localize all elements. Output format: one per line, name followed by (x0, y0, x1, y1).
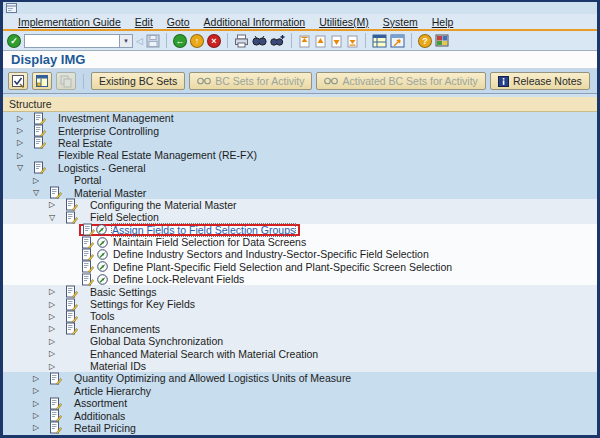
command-field-dropdown-icon[interactable]: ▼ (120, 34, 133, 48)
tree-row[interactable]: ▷Article Hierarchy (3, 385, 597, 397)
document-check-icon-button[interactable] (8, 72, 28, 90)
documentation-icon[interactable] (33, 112, 46, 125)
tree-item-label[interactable]: Field Selection (90, 211, 159, 223)
tree-item-label[interactable]: Retail Pricing (74, 422, 136, 434)
documentation-icon[interactable] (49, 409, 62, 422)
documentation-icon[interactable] (49, 397, 62, 410)
execute-activity-icon[interactable] (96, 248, 109, 261)
tree-row[interactable]: Define Lock-Relevant Fields (3, 273, 597, 285)
cancel-icon[interactable]: × (207, 34, 221, 48)
documentation-icon[interactable] (65, 198, 78, 211)
menu-item-system[interactable]: System (376, 16, 425, 28)
tree-row[interactable]: ▷ Enhancements (3, 323, 597, 335)
documentation-icon[interactable] (33, 124, 46, 137)
print-icon[interactable] (234, 34, 249, 48)
tree-item-label[interactable]: Portal (74, 174, 101, 186)
documentation-icon[interactable] (49, 186, 62, 199)
tree-item-label[interactable]: Logistics - General (58, 162, 146, 174)
tree-row[interactable]: ▷ Enterprise Controlling (3, 124, 597, 136)
tree-row[interactable]: ▷ Additionals (3, 409, 597, 421)
expand-node-icon[interactable]: ▷ (31, 176, 41, 185)
tree-row[interactable]: ▷Flexible Real Estate Management (RE-FX) (3, 149, 597, 161)
tree-item-label[interactable]: Define Plant-Specific Field Selection an… (113, 261, 452, 273)
tree-item-label[interactable]: Define Industry Sectors and Industry-Sec… (113, 248, 429, 260)
collapse-node-icon[interactable]: ▽ (15, 163, 25, 172)
expand-node-icon[interactable]: ▷ (47, 312, 57, 321)
release-notes-button[interactable]: Release Notes (490, 72, 590, 90)
tree-item-label[interactable]: Investment Management (58, 112, 174, 124)
documentation-icon[interactable] (49, 421, 62, 434)
execute-activity-icon[interactable] (96, 273, 109, 286)
tree-row[interactable]: ▷ Tools (3, 310, 597, 322)
tree-item-label[interactable]: Settings for Key Fields (90, 298, 195, 310)
save-icon[interactable] (146, 34, 160, 48)
documentation-icon[interactable] (65, 298, 78, 311)
documentation-icon[interactable] (65, 285, 78, 298)
tree-item-label[interactable]: Enterprise Controlling (58, 125, 159, 137)
tree-item-label[interactable]: Configuring the Material Master (90, 199, 236, 211)
back-icon[interactable]: ← (173, 34, 187, 48)
execute-activity-icon[interactable] (96, 260, 109, 273)
tree-item-label[interactable]: Enhanced Material Search with Material C… (90, 348, 318, 360)
bc-sets-for-activity-button[interactable]: BC Sets for Activity (189, 72, 312, 90)
tree-item-label[interactable]: Assign Fields to Field Selection Groups (112, 224, 295, 236)
expand-node-icon[interactable]: ▷ (47, 287, 57, 296)
tree-item-label[interactable]: Basic Settings (90, 286, 157, 298)
help-icon[interactable]: ? (418, 34, 432, 48)
tree-row[interactable]: ▷Material IDs (3, 360, 597, 372)
expand-node-icon[interactable]: ▷ (31, 423, 41, 432)
tree-row[interactable]: ▷ Retail Pricing (3, 422, 597, 434)
tree-row[interactable]: Maintain Field Selection for Data Screen… (3, 236, 597, 248)
next-page-icon[interactable] (330, 34, 343, 48)
tree-row[interactable]: ▽ Field Selection (3, 211, 597, 223)
tree-item-label[interactable]: Tools (90, 310, 115, 322)
documentation-icon[interactable] (81, 236, 94, 249)
tree-row[interactable]: ▷Enhanced Material Search with Material … (3, 347, 597, 359)
tree-row[interactable]: ▷ Basic Settings (3, 285, 597, 297)
tree-item-label[interactable]: Enhancements (90, 323, 160, 335)
tree-item-label[interactable]: Maintain Field Selection for Data Screen… (113, 236, 306, 248)
execute-activity-icon[interactable] (95, 223, 108, 236)
tree-row[interactable]: Define Plant-Specific Field Selection an… (3, 261, 597, 273)
enter-icon[interactable]: ✓ (7, 34, 21, 48)
tree-row[interactable]: Define Industry Sectors and Industry-Sec… (3, 248, 597, 260)
expand-node-icon[interactable]: ▷ (15, 126, 25, 135)
tree-item-label[interactable]: Real Estate (58, 137, 112, 149)
menu-item-help[interactable]: Help (425, 16, 461, 28)
collapse-command-field-icon[interactable]: ◁ (136, 36, 143, 46)
table-settings-icon-button[interactable] (32, 72, 52, 90)
tree-row[interactable]: ▷Global Data Synchronization (3, 335, 597, 347)
execute-activity-icon[interactable] (96, 236, 109, 249)
documentation-icon[interactable] (33, 136, 46, 149)
documentation-icon[interactable] (82, 223, 95, 236)
menu-item-implementation-guide[interactable]: Implementation Guide (11, 16, 128, 28)
activated-bc-sets-for-activity-button[interactable]: Activated BC Sets for Activity (316, 72, 485, 90)
expand-node-icon[interactable]: ▷ (47, 300, 57, 309)
expand-node-icon[interactable]: ▷ (47, 349, 57, 358)
tree-item-label[interactable]: Define Lock-Relevant Fields (113, 273, 244, 285)
tree-item-label[interactable]: Flexible Real Estate Management (RE-FX) (58, 149, 257, 161)
find-next-icon[interactable] (270, 34, 285, 47)
menu-item-edit[interactable]: Edit (128, 16, 160, 28)
expand-node-icon[interactable]: ▷ (15, 138, 25, 147)
tree-row[interactable]: ▽ Logistics - General (3, 162, 597, 174)
documentation-icon[interactable] (81, 260, 94, 273)
tree-row[interactable]: ▷ Assortment (3, 397, 597, 409)
documentation-icon[interactable] (81, 248, 94, 261)
create-shortcut-icon[interactable] (390, 34, 405, 48)
expand-node-icon[interactable]: ▷ (47, 324, 57, 333)
customize-layout-icon[interactable] (435, 34, 449, 47)
tree-item-label[interactable]: Assortment (74, 397, 127, 409)
documentation-icon[interactable] (65, 310, 78, 323)
tree-row[interactable]: ▷ Configuring the Material Master (3, 199, 597, 211)
tree-row[interactable]: ▷ Investment Management (3, 112, 597, 124)
expand-node-icon[interactable]: ▷ (15, 151, 25, 160)
tree-item-label[interactable]: Quantity Optimizing and Allowed Logistic… (74, 372, 351, 384)
exit-icon[interactable]: ↑ (190, 34, 204, 48)
tree-item-label[interactable]: Global Data Synchronization (90, 335, 223, 347)
documentation-icon[interactable] (65, 211, 78, 224)
tree-item-label[interactable]: Article Hierarchy (74, 385, 151, 397)
tree-row[interactable]: Assign Fields to Field Selection Groups (3, 224, 597, 236)
tree-item-label[interactable]: Material Master (74, 187, 146, 199)
expand-node-icon[interactable]: ▷ (31, 386, 41, 395)
